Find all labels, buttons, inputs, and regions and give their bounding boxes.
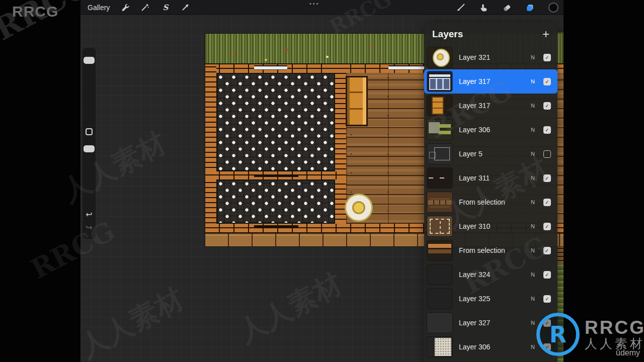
layer-visibility-checkbox[interactable]	[543, 150, 551, 158]
layer-row[interactable]: Layer 324 N ✓	[424, 262, 557, 287]
layer-row[interactable]: Layer 325 N ✓	[424, 287, 557, 311]
layer-row[interactable]: Layer 321 N ✓	[424, 45, 557, 69]
blend-mode-badge[interactable]: N	[531, 151, 535, 157]
layer-row[interactable]: Layer 306 N ✓	[424, 118, 557, 142]
layer-visibility-checkbox[interactable]: ✓	[543, 102, 551, 110]
layer-name: Layer 321	[459, 53, 531, 61]
layer-row[interactable]: From selection N ✓	[424, 238, 557, 262]
flower-dot	[371, 47, 374, 49]
checker-floor-room1	[216, 73, 335, 171]
layer-name: Layer 306	[459, 126, 531, 134]
adjustments-wand-icon[interactable]	[140, 3, 150, 12]
layer-name: From selection	[459, 246, 531, 254]
color-swatch-button[interactable]	[548, 3, 558, 13]
layer-row[interactable]: From selection N ✓	[424, 190, 557, 214]
layer-name: Layer 317	[459, 77, 531, 85]
layers-title: Layers	[432, 29, 542, 40]
layer-thumbnail[interactable]	[427, 289, 452, 309]
cabinet-sprite	[346, 76, 368, 126]
top-toolbar: Gallery S •••	[80, 0, 564, 15]
layer-name: Layer 5	[459, 150, 531, 158]
blend-mode-badge[interactable]: N	[531, 54, 535, 60]
layer-list: Layer 321 N ✓ Layer 317 N ✓ Layer 317 N …	[424, 45, 557, 359]
watermark-rrcg-top-left: RRCG	[12, 3, 58, 20]
redo-button[interactable]: ↪	[83, 223, 96, 232]
layer-thumbnail[interactable]	[427, 337, 452, 357]
window-ledge	[254, 65, 287, 70]
layer-thumbnail[interactable]	[427, 71, 452, 92]
brush-opacity-slider[interactable]	[84, 145, 95, 152]
gallery-button[interactable]: Gallery	[88, 4, 110, 12]
layer-row[interactable]: Layer 317 N ✓	[424, 69, 557, 94]
modify-button[interactable]	[86, 128, 93, 135]
sidebar-tools: ↩ ↪	[83, 48, 96, 239]
layer-name: Layer 327	[459, 319, 531, 327]
right-letterbox	[564, 0, 644, 362]
layer-thumbnail[interactable]	[427, 192, 452, 212]
layer-visibility-checkbox[interactable]: ✓	[543, 295, 551, 303]
actions-wrench-icon[interactable]	[120, 3, 130, 12]
layer-name: Layer 325	[459, 295, 531, 303]
blend-mode-badge[interactable]: N	[531, 175, 535, 181]
brand-rrcg-text: RRCG	[585, 319, 644, 337]
lamp-sprite	[345, 194, 373, 222]
blend-mode-badge[interactable]: N	[531, 127, 535, 133]
blend-mode-badge[interactable]: N	[531, 103, 535, 109]
layer-visibility-checkbox[interactable]: ✓	[543, 247, 551, 254]
window-ledge	[388, 65, 428, 70]
layer-visibility-checkbox[interactable]: ✓	[543, 271, 551, 279]
layer-thumbnail[interactable]	[427, 47, 452, 67]
blend-mode-badge[interactable]: N	[531, 223, 535, 229]
flower-dot	[265, 59, 267, 61]
layer-name: Layer 310	[459, 222, 531, 230]
layer-name: Layer 324	[459, 270, 531, 279]
layer-thumbnail[interactable]	[427, 216, 452, 236]
layers-panel-header: Layers +	[424, 23, 557, 45]
procreate-app: Gallery S •••	[80, 0, 564, 362]
brush-icon[interactable]	[456, 3, 465, 13]
selection-icon[interactable]: S	[160, 3, 170, 12]
udemy-logo-text: ûdemy	[616, 348, 640, 357]
door-gap	[254, 225, 298, 228]
eraser-icon[interactable]	[502, 3, 512, 13]
layers-icon-active[interactable]	[525, 3, 535, 13]
layer-visibility-checkbox[interactable]: ✓	[543, 78, 551, 85]
blend-mode-badge[interactable]: N	[531, 344, 535, 350]
blend-mode-badge[interactable]: N	[531, 272, 535, 278]
checker-floor-room2	[216, 179, 335, 224]
blend-mode-badge[interactable]: N	[531, 247, 535, 253]
layer-thumbnail[interactable]	[427, 313, 452, 333]
layer-thumbnail[interactable]	[427, 264, 452, 285]
layer-thumbnail[interactable]	[427, 120, 452, 140]
layer-thumbnail[interactable]	[427, 96, 452, 116]
layer-row[interactable]: Layer 5 N	[424, 142, 557, 166]
blend-mode-badge[interactable]: N	[531, 199, 535, 205]
layer-row[interactable]: Layer 311 N ✓	[424, 166, 557, 190]
layer-thumbnail[interactable]	[427, 144, 452, 164]
rrcg-logo-icon: R	[536, 313, 580, 356]
undo-button[interactable]: ↩	[83, 210, 96, 219]
layer-thumbnail[interactable]	[427, 240, 452, 260]
layer-row[interactable]: Layer 317 N ✓	[424, 94, 557, 118]
blend-mode-badge[interactable]: N	[531, 78, 535, 84]
layer-visibility-checkbox[interactable]: ✓	[543, 126, 551, 134]
layer-visibility-checkbox[interactable]: ✓	[543, 174, 551, 182]
brush-size-slider[interactable]	[84, 57, 95, 64]
layer-name: Layer 317	[459, 102, 531, 110]
layer-name: From selection	[459, 198, 531, 206]
layer-visibility-checkbox[interactable]: ✓	[543, 199, 551, 206]
blend-mode-badge[interactable]: N	[531, 320, 535, 326]
layer-visibility-checkbox[interactable]: ✓	[543, 54, 551, 61]
brick-wall-left	[205, 64, 216, 232]
layers-panel: Layers + Layer 321 N ✓ Layer 317 N ✓ Lay…	[424, 23, 557, 362]
add-layer-button[interactable]: +	[542, 29, 549, 39]
flower-dot	[326, 56, 329, 58]
layer-visibility-checkbox[interactable]: ✓	[543, 223, 551, 230]
layer-thumbnail[interactable]	[427, 168, 452, 188]
transform-arrow-icon[interactable]	[181, 3, 190, 12]
blend-mode-badge[interactable]: N	[531, 296, 535, 302]
more-options-button[interactable]: •••	[309, 1, 320, 7]
door-gap	[254, 174, 298, 177]
layer-row[interactable]: Layer 310 N ✓	[424, 214, 557, 238]
smudge-finger-icon[interactable]	[479, 3, 489, 13]
